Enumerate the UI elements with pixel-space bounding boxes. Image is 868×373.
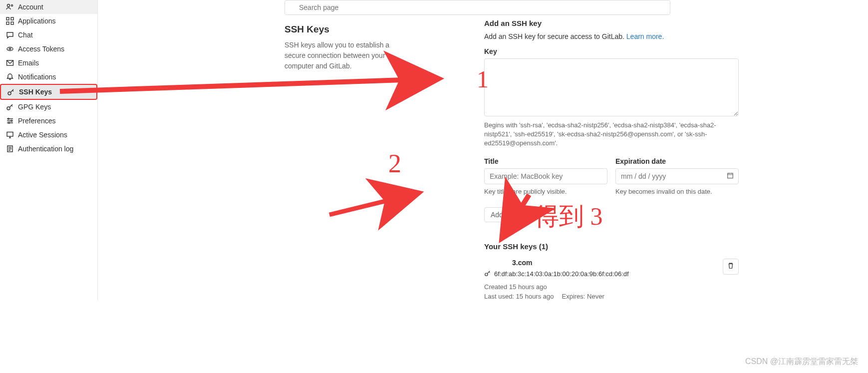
svg-point-1	[11, 4, 12, 6]
svg-rect-4	[6, 22, 9, 24]
trash-icon	[727, 262, 734, 271]
keys-list: Your SSH keys (1) 3.com 6f:df:ab:3c:14:0…	[484, 242, 739, 300]
token-icon	[6, 45, 14, 53]
svg-rect-5	[11, 22, 13, 24]
sidebar-label: Account	[18, 3, 43, 11]
learn-more-link[interactable]: Learn more.	[626, 32, 664, 40]
key-fingerprint: 6f:df:ab:3c:14:03:0a:1b:00:20:0a:9b:6f:c…	[494, 270, 629, 278]
search-input[interactable]	[285, 0, 670, 15]
log-icon	[6, 145, 14, 153]
sidebar-label: Access Tokens	[18, 45, 64, 53]
key-expires: Expires: Never	[562, 293, 604, 300]
account-icon	[6, 3, 14, 11]
applications-icon	[6, 17, 14, 25]
svg-rect-14	[7, 132, 13, 137]
sidebar: Account Applications Chat Access Tokens …	[0, 0, 98, 300]
exp-hint: Key becomes invalid on this date.	[615, 187, 739, 196]
svg-rect-2	[6, 17, 9, 20]
delete-key-button[interactable]	[723, 259, 739, 275]
sidebar-label: Notifications	[18, 73, 56, 81]
sidebar-item-emails[interactable]: Emails	[0, 56, 97, 70]
svg-point-7	[9, 48, 11, 49]
sidebar-item-notifications[interactable]: Notifications	[0, 70, 97, 84]
monitor-icon	[6, 131, 14, 139]
key-textarea[interactable]	[484, 58, 739, 116]
exp-input[interactable]	[615, 168, 739, 184]
key-created: Created 15 hours ago	[484, 283, 739, 291]
section-title: SSH Keys	[285, 24, 464, 35]
sidebar-item-account[interactable]: Account	[0, 0, 97, 14]
svg-point-13	[8, 122, 10, 124]
main-content: SSH Keys SSH keys allow you to establish…	[98, 0, 868, 300]
sidebar-item-active-sessions[interactable]: Active Sessions	[0, 128, 97, 142]
key-icon	[6, 103, 14, 111]
sidebar-label: Applications	[18, 17, 56, 25]
preferences-icon	[6, 117, 14, 125]
key-title: 3.com	[484, 259, 739, 267]
sidebar-item-access-tokens[interactable]: Access Tokens	[0, 42, 97, 56]
sidebar-item-auth-log[interactable]: Authentication log	[0, 142, 97, 156]
bell-icon	[6, 73, 14, 81]
keys-heading: Your SSH keys (1)	[484, 242, 739, 251]
sidebar-item-applications[interactable]: Applications	[0, 14, 97, 28]
sidebar-label: Emails	[18, 59, 39, 67]
form-heading: Add an SSH key	[484, 19, 739, 27]
sidebar-item-chat[interactable]: Chat	[0, 28, 97, 42]
key-last-used: Last used: 15 hours ago	[484, 293, 554, 300]
svg-point-0	[7, 4, 10, 7]
form-help-text: Add an SSH key for secure access to GitL…	[484, 32, 626, 40]
exp-label: Expiration date	[615, 157, 739, 165]
calendar-icon	[727, 172, 734, 180]
key-icon	[484, 270, 491, 278]
chat-icon	[6, 31, 14, 39]
sidebar-label: Authentication log	[18, 145, 73, 153]
sidebar-item-gpg-keys[interactable]: GPG Keys	[0, 100, 97, 114]
sidebar-label: Preferences	[18, 117, 55, 125]
svg-point-6	[7, 47, 13, 51]
sidebar-label: GPG Keys	[18, 103, 51, 111]
sidebar-item-preferences[interactable]: Preferences	[0, 114, 97, 128]
title-hint: Key titles are publicly visible.	[484, 187, 607, 196]
sidebar-item-ssh-keys[interactable]: SSH Keys	[0, 84, 97, 100]
key-label: Key	[484, 47, 739, 55]
key-entry: 3.com 6f:df:ab:3c:14:03:0a:1b:00:20:0a:9…	[484, 259, 739, 300]
key-hint: Begins with 'ssh-rsa', 'ecdsa-sha2-nistp…	[484, 121, 739, 148]
title-input[interactable]	[484, 168, 607, 184]
svg-rect-3	[11, 17, 13, 20]
sidebar-label: Active Sessions	[18, 131, 67, 139]
svg-point-12	[11, 120, 12, 122]
search-container	[285, 0, 464, 15]
svg-point-11	[8, 118, 9, 120]
email-icon	[6, 59, 14, 67]
form-help: Add an SSH key for secure access to GitL…	[484, 32, 739, 40]
sidebar-label: SSH Keys	[19, 88, 52, 96]
sidebar-label: Chat	[18, 31, 33, 39]
key-meta: Last used: 15 hours agoExpires: Never	[484, 293, 739, 300]
add-key-button[interactable]: Add key	[484, 207, 523, 222]
title-label: Title	[484, 157, 607, 165]
svg-rect-17	[728, 173, 733, 178]
section-desc: SSH keys allow you to establish a secure…	[285, 40, 394, 71]
key-icon	[7, 88, 15, 96]
